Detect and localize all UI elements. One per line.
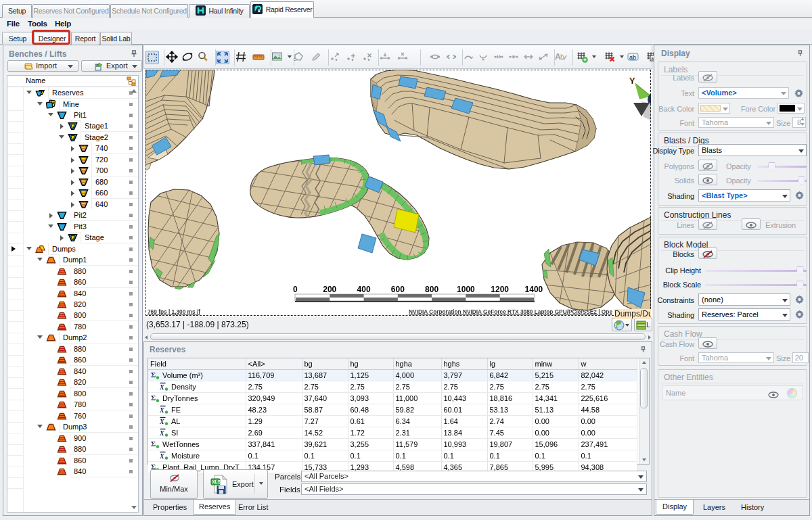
svg-text:Σ: Σ [151, 440, 156, 448]
svg-text:800: 800 [425, 285, 438, 294]
svg-text:Σ: Σ [151, 371, 156, 379]
svg-text:1000: 1000 [457, 285, 475, 294]
svg-text:X: X [159, 418, 164, 425]
svg-text:X: X [159, 383, 164, 391]
svg-text:NVIDIA Corporation NVIDIA GeFo: NVIDIA Corporation NVIDIA GeForce RTX 30… [409, 308, 612, 315]
svg-text:Y: Y [629, 76, 635, 86]
svg-text:XLS: XLS [212, 479, 221, 484]
svg-text:1200: 1200 [491, 285, 509, 294]
svg-text:0: 0 [293, 285, 298, 294]
svg-text:600: 600 [391, 285, 405, 294]
svg-text:Σ: Σ [151, 394, 156, 402]
svg-text:1400: 1400 [525, 285, 543, 294]
svg-text:769 fps | 1,300 ms /f: 769 fps | 1,300 ms /f [148, 308, 200, 315]
svg-text:200: 200 [323, 285, 336, 294]
svg-text:X: X [159, 406, 164, 414]
svg-text:X: X [159, 429, 164, 437]
svg-text:ab: ab [629, 54, 636, 61]
svg-text:X: X [159, 452, 164, 460]
svg-text:400: 400 [357, 285, 371, 294]
